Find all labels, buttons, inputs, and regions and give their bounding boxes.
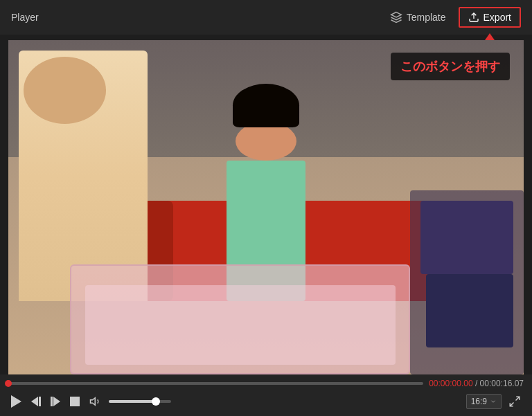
aspect-ratio-dropdown[interactable]: 16:9 bbox=[466, 394, 502, 409]
aspect-ratio-value: 16:9 bbox=[471, 397, 487, 406]
volume-track[interactable] bbox=[109, 400, 171, 403]
stop-icon bbox=[70, 397, 80, 406]
tub-inner bbox=[85, 285, 396, 365]
export-button[interactable]: Export bbox=[459, 7, 521, 28]
video-area: このボタンを押す bbox=[8, 40, 524, 374]
svg-marker-2 bbox=[91, 398, 96, 406]
annotation-callout: このボタンを押す bbox=[391, 53, 510, 80]
time-display: 00:00:00.00 / 00:00:16.07 bbox=[429, 379, 524, 388]
svg-marker-0 bbox=[391, 12, 401, 18]
svg-line-3 bbox=[516, 397, 520, 400]
fullscreen-icon bbox=[508, 395, 521, 408]
volume-icon bbox=[89, 395, 102, 408]
top-bar-left: Player bbox=[11, 12, 39, 23]
volume-button[interactable] bbox=[87, 392, 105, 410]
template-button[interactable]: Template bbox=[383, 7, 453, 28]
upload-icon bbox=[468, 12, 479, 23]
item-box-2 bbox=[426, 274, 513, 347]
skip-back-button[interactable] bbox=[28, 394, 44, 409]
child-hair bbox=[233, 84, 299, 127]
video-scene: このボタンを押す bbox=[8, 40, 524, 374]
controls-bar: 00:00:00.00 / 00:00:16.07 bbox=[0, 374, 532, 416]
skip-forward-icon bbox=[51, 397, 60, 406]
stop-button[interactable] bbox=[67, 394, 82, 409]
top-bar-right: Template Export bbox=[383, 7, 521, 28]
play-icon bbox=[11, 395, 21, 408]
button-row: 16:9 bbox=[8, 390, 524, 416]
export-arrow-indicator bbox=[485, 33, 495, 40]
time-separator: / bbox=[475, 379, 480, 388]
annotation-text: このボタンを押す bbox=[400, 60, 500, 73]
export-label: Export bbox=[484, 12, 511, 23]
volume-slider-wrap[interactable] bbox=[109, 400, 171, 403]
template-label: Template bbox=[407, 12, 446, 23]
time-total: 00:00:16.07 bbox=[480, 379, 524, 388]
skip-back-icon bbox=[31, 397, 41, 406]
top-bar: Player Template Export bbox=[0, 0, 532, 35]
player-label: Player bbox=[11, 12, 39, 23]
layers-icon bbox=[390, 11, 402, 24]
adult-head bbox=[24, 57, 106, 124]
progress-dot bbox=[5, 380, 12, 387]
fullscreen-button[interactable] bbox=[506, 392, 524, 410]
progress-track[interactable] bbox=[8, 382, 423, 385]
app-container: Player Template Export bbox=[0, 0, 532, 416]
skip-forward-button[interactable] bbox=[48, 394, 63, 409]
play-button[interactable] bbox=[8, 392, 24, 410]
time-current: 00:00:00.00 bbox=[429, 379, 472, 388]
child-face bbox=[236, 122, 296, 161]
item-box-1 bbox=[420, 201, 513, 274]
volume-thumb bbox=[152, 397, 160, 406]
svg-line-4 bbox=[510, 403, 513, 406]
volume-fill bbox=[109, 400, 156, 403]
chevron-down-icon bbox=[490, 398, 497, 405]
pink-tub bbox=[70, 264, 410, 374]
progress-row: 00:00:00.00 / 00:00:16.07 bbox=[8, 374, 524, 390]
